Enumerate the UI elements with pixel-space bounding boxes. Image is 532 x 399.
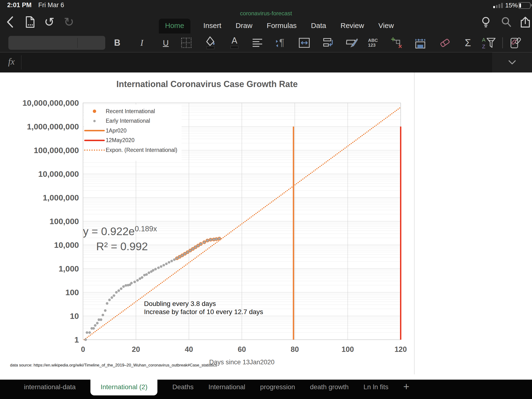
early-international-point [94,324,97,327]
new-document-icon[interactable] [23,15,37,29]
svg-text:Z: Z [482,44,485,49]
y-tick-label: 1,000,000 [0,193,79,202]
x-tick-label: 100 [342,345,354,354]
sheet-tab-international[interactable]: International [208,380,245,394]
x-tick-label: 120 [394,345,407,354]
y-tick-label: 1,000 [0,264,79,273]
early-international-point [194,246,197,248]
early-international-point [203,241,205,244]
early-international-point [122,285,125,288]
early-international-point [145,273,148,276]
y-tick-label: 100 [0,288,79,297]
italic-button[interactable]: I [135,33,149,52]
early-international-point [173,258,176,261]
legend-label: Early International [106,118,150,124]
early-international-point [209,239,212,241]
early-international-point [192,247,194,250]
battery-percent: 15% [505,2,518,9]
undo-icon[interactable]: ↺ [43,15,56,29]
borders-button[interactable] [179,33,194,52]
early-international-point [176,257,178,260]
early-international-point [104,309,107,312]
add-sheet-button[interactable]: + [403,380,410,393]
ribbon-tab-draw[interactable]: Draw [234,19,254,33]
status-date: Fri Mar 6 [38,1,64,9]
early-international-point [96,322,99,324]
format-painter-button[interactable] [345,33,360,52]
early-international-point [197,244,200,247]
x-tick-label: 40 [185,345,193,354]
chevron-down-icon [508,60,516,65]
font-color-button[interactable]: A [227,33,242,52]
cell-width-button[interactable] [297,33,311,52]
number-format-button[interactable]: ABC123 [366,33,380,52]
sheet-tab-bar: international-dataInternational (2)Death… [0,380,532,399]
legend-swatch-line [84,130,105,131]
formula-input[interactable] [24,52,490,72]
legend-label: 12May2020 [106,137,134,144]
merge-cells-button[interactable] [413,33,427,52]
y-tick-label: 10,000 [0,240,79,250]
early-international-point [162,264,165,266]
chart-plot[interactable] [0,72,532,380]
sheet-tab-deaths[interactable]: Deaths [172,380,194,394]
early-international-point [181,254,184,257]
formula-bar-expand-button[interactable] [492,52,532,72]
eraser-button[interactable] [438,33,452,52]
ribbon-tab-insert[interactable]: Insert [202,19,223,33]
early-international-point [184,252,186,255]
legend-label: Recent International [106,108,155,114]
legend-swatch-dot-small [84,120,105,122]
back-icon[interactable] [3,15,17,29]
early-international-point [215,238,218,241]
alignment-button[interactable] [250,33,265,52]
fx-icon: fx [8,56,15,67]
autosum-button[interactable]: Σ [461,33,475,52]
early-international-point [92,327,95,330]
data-source-note: data source: https://en.wikipedia.org/wi… [10,363,217,368]
x-tick-label: 80 [291,345,299,354]
early-international-point [130,282,133,285]
sheet-tab-death-growth[interactable]: death growth [310,380,349,394]
sort-filter-button[interactable]: AZ [482,33,496,52]
early-international-point [115,291,118,294]
svg-text:A: A [482,37,486,43]
sheet-tab-international-data[interactable]: international-data [24,380,76,394]
bold-button[interactable]: B [110,33,124,52]
font-name-size-picker[interactable] [8,36,105,50]
fill-color-button[interactable] [203,33,218,52]
ribbon-tab-home[interactable]: Home [159,19,190,33]
ribbon-tab-data[interactable]: Data [310,19,328,33]
early-international-point [117,289,120,292]
early-international-point [106,302,108,305]
early-international-point [111,296,113,299]
text-direction-button[interactable]: ¶ [273,33,288,52]
early-international-point [168,261,170,264]
draw-pen-button[interactable] [508,33,522,52]
ribbon-tabs: HomeInsertDrawFormulasDataReviewView [159,19,395,33]
ribbon-tab-view[interactable]: View [377,19,395,33]
search-icon[interactable] [500,15,513,29]
ribbon-tab-review[interactable]: Review [339,19,365,33]
status-bar: 2:01 PM Fri Mar 6 15% [0,0,532,10]
y-tick-label: 10,000,000,000 [0,98,79,108]
sheet-tab-international-2-[interactable]: International (2) [90,380,157,395]
ideas-lightbulb-icon[interactable] [479,15,493,29]
clock: 2:01 PM [7,1,32,9]
svg-text:A: A [232,36,237,45]
sheet-tab-progression[interactable]: progression [260,380,295,394]
chart-legend[interactable]: Recent InternationalEarly International1… [84,105,182,161]
early-international-point [160,265,162,268]
early-international-point [218,237,221,240]
sheet-tab-ln-ln-fits[interactable]: Ln ln fits [364,380,388,394]
y-tick-label: 100,000,000 [0,146,79,155]
underline-button[interactable]: U [158,33,173,52]
worksheet-area[interactable]: International Coronavirus Case Growth Ra… [0,72,532,380]
ribbon-tab-formulas[interactable]: Formulas [265,19,298,33]
wrap-text-button[interactable] [321,33,336,52]
redo-icon[interactable]: ↻ [62,15,76,29]
legend-item: Expon. (Recent International) [84,145,182,155]
insert-delete-cells-button[interactable] [389,33,404,52]
share-icon[interactable] [519,15,532,29]
early-international-point [120,288,122,290]
